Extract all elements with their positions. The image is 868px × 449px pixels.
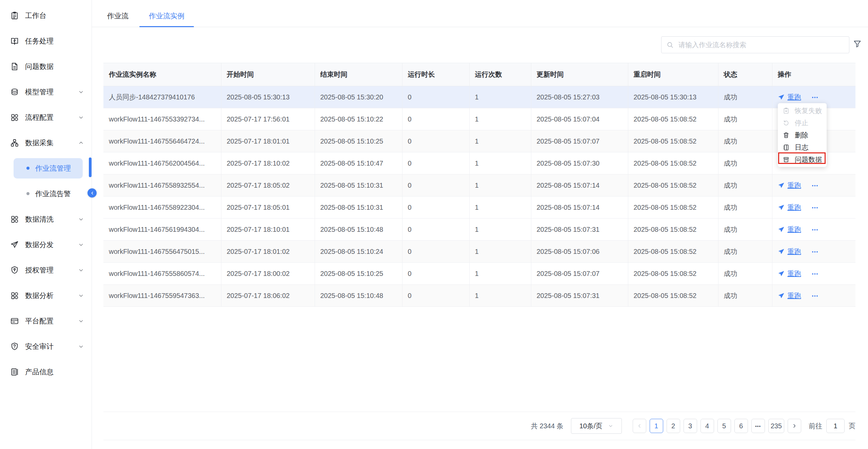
active-dot-icon xyxy=(26,167,29,170)
sidebar-item-platform-config[interactable]: 平台配置 xyxy=(0,308,92,334)
page-button[interactable]: 5 xyxy=(717,419,731,433)
page-button[interactable]: 4 xyxy=(701,419,714,433)
search-input[interactable] xyxy=(678,41,844,49)
rerun-button[interactable]: 重跑 xyxy=(778,93,801,102)
sidebar-item-model-management[interactable]: 模型管理 xyxy=(0,79,92,105)
more-actions-button[interactable]: ••• xyxy=(812,271,819,276)
sidebar-scrollbar-thumb[interactable] xyxy=(89,157,92,177)
sidebar-item-security-audit[interactable]: 安全审计 xyxy=(0,334,92,359)
rerun-button[interactable]: 重跑 xyxy=(778,291,801,300)
table-row[interactable]: workFlow111-1467562004564... 2025-07-17 … xyxy=(103,152,855,174)
cell-restart-time: 2025-08-05 15:08:52 xyxy=(628,263,718,285)
sidebar-item-problem-data[interactable]: 问题数据 xyxy=(0,54,92,79)
rerun-button[interactable]: 重跑 xyxy=(778,225,801,234)
sidebar-item-workbench[interactable]: 工作台 xyxy=(0,3,92,28)
cell-actions: 重跑 ••• xyxy=(772,263,855,285)
page-button[interactable]: ••• xyxy=(751,419,765,433)
tab-workflow-instance[interactable]: 作业流实例 xyxy=(139,5,194,27)
sidebar-collapse-button[interactable] xyxy=(87,188,97,198)
sidebar-item-process-config[interactable]: 流程配置 xyxy=(0,105,92,130)
cell-start-time: 2025-07-17 17:56:01 xyxy=(221,108,315,130)
table-row[interactable]: 人员同步-148427379410176 2025-08-05 15:30:13… xyxy=(103,86,855,108)
dot-icon xyxy=(26,192,29,195)
chevron-right-icon xyxy=(791,423,797,429)
table-row[interactable]: workFlow111-1467561994304... 2025-07-17 … xyxy=(103,219,855,241)
page-size-select[interactable]: 10条/页 xyxy=(571,418,622,434)
pagination-bar: 共 2344 条 10条/页 1 2 3 4 5 6 •• xyxy=(103,412,855,440)
chevron-up-icon xyxy=(78,140,84,146)
next-page-button[interactable] xyxy=(788,419,801,433)
cell-restart-time: 2025-08-05 15:08:52 xyxy=(628,197,718,219)
menu-item-label: 问题数据 xyxy=(795,155,822,164)
table-row[interactable]: workFlow111-1467555860574... 2025-07-17 … xyxy=(103,263,855,285)
workflow-instance-table: 作业流实例名称 开始时间 结束时间 运行时长 运行次数 更新时间 重启时间 状态… xyxy=(103,63,855,307)
rerun-button[interactable]: 重跑 xyxy=(778,181,801,190)
funnel-icon[interactable] xyxy=(853,39,862,49)
more-actions-button[interactable]: ••• xyxy=(812,293,819,298)
rerun-button[interactable]: 重跑 xyxy=(778,269,801,278)
tab-workflow[interactable]: 作业流 xyxy=(106,5,129,27)
menu-item-label: 删除 xyxy=(795,131,808,140)
more-actions-button[interactable]: ••• xyxy=(812,95,819,100)
rerun-label: 重跑 xyxy=(788,93,801,102)
goto-page-input[interactable] xyxy=(826,419,845,433)
sidebar-item-data-cleaning[interactable]: 数据清洗 xyxy=(0,206,92,232)
sidebar-item-data-distribution[interactable]: 数据分发 xyxy=(0,232,92,257)
table-row[interactable]: workFlow111-1467559547363... 2025-07-17 … xyxy=(103,285,855,307)
more-actions-button[interactable]: ••• xyxy=(812,249,819,254)
cell-status: 成功 xyxy=(718,108,772,130)
col-header-duration: 运行时长 xyxy=(402,63,469,86)
cell-run-count: 1 xyxy=(469,285,531,307)
sidebar-item-data-collection[interactable]: 数据采集 xyxy=(0,130,92,155)
table-row[interactable]: workFlow111-1467558922304... 2025-07-17 … xyxy=(103,197,855,219)
chevron-down-icon xyxy=(78,89,84,95)
cell-status: 成功 xyxy=(718,197,772,219)
table-row[interactable]: workFlow111-1467553392734... 2025-07-17 … xyxy=(103,108,855,130)
cell-end-time: 2025-08-05 15:10:24 xyxy=(315,241,402,263)
sidebar-item-label: 工作台 xyxy=(25,11,84,20)
sidebar-item-workflow-management[interactable]: 作业流管理 xyxy=(0,155,92,181)
cell-instance-name: workFlow111-1467561994304... xyxy=(103,219,221,241)
cell-duration: 0 xyxy=(402,197,469,219)
menu-item-log[interactable]: 日志 xyxy=(778,141,827,153)
cell-restart-time: 2025-08-05 15:08:52 xyxy=(628,285,718,307)
cell-start-time: 2025-07-17 18:05:02 xyxy=(221,174,315,197)
paper-plane-icon xyxy=(778,248,785,255)
sidebar-item-authorization[interactable]: 授权管理 xyxy=(0,257,92,283)
cell-start-time: 2025-07-17 18:01:01 xyxy=(221,130,315,152)
cell-duration: 0 xyxy=(402,152,469,174)
more-actions-button[interactable]: ••• xyxy=(812,183,819,188)
table-row[interactable]: workFlow111-1467558932554... 2025-07-17 … xyxy=(103,174,855,197)
page-button[interactable]: 1 xyxy=(650,419,663,433)
sidebar-item-data-analysis[interactable]: 数据分析 xyxy=(0,283,92,308)
sidebar-item-workflow-alert[interactable]: 作业流告警 xyxy=(0,181,92,206)
rerun-button[interactable]: 重跑 xyxy=(778,203,801,212)
platform-config-icon xyxy=(10,317,19,325)
sidebar-item-product-info[interactable]: 产品信息 xyxy=(0,359,92,385)
cell-update-time: 2025-08-05 15:07:07 xyxy=(531,130,628,152)
table-row[interactable]: workFlow111-1467556475015... 2025-07-17 … xyxy=(103,241,855,263)
menu-item-label: 恢复失败 xyxy=(795,106,822,115)
table-row[interactable]: workFlow111-1467556464724... 2025-07-17 … xyxy=(103,130,855,152)
data-analysis-icon xyxy=(10,291,19,300)
page-size-value: 10条/页 xyxy=(579,422,603,431)
cell-duration: 0 xyxy=(402,108,469,130)
page-button[interactable]: 3 xyxy=(684,419,697,433)
page-button[interactable]: 6 xyxy=(734,419,748,433)
chevron-down-icon xyxy=(78,293,84,299)
row-actions-menu: 恢复失败 停止 删除 日志 问题数据 xyxy=(778,103,827,167)
chevron-down-icon xyxy=(78,318,84,324)
page-button[interactable]: 235 xyxy=(768,419,784,433)
log-icon xyxy=(783,144,790,151)
prev-page-button[interactable] xyxy=(633,419,646,433)
cell-status: 成功 xyxy=(718,263,772,285)
page-button[interactable]: 2 xyxy=(667,419,680,433)
more-actions-button[interactable]: ••• xyxy=(812,227,819,232)
menu-item-delete[interactable]: 删除 xyxy=(778,129,827,141)
menu-item-problem-data[interactable]: 问题数据 xyxy=(778,153,827,166)
sidebar-item-task-processing[interactable]: 任务处理 xyxy=(0,28,92,54)
rerun-button[interactable]: 重跑 xyxy=(778,247,801,256)
cell-status: 成功 xyxy=(718,86,772,108)
paper-plane-icon xyxy=(778,226,785,233)
more-actions-button[interactable]: ••• xyxy=(812,205,819,210)
